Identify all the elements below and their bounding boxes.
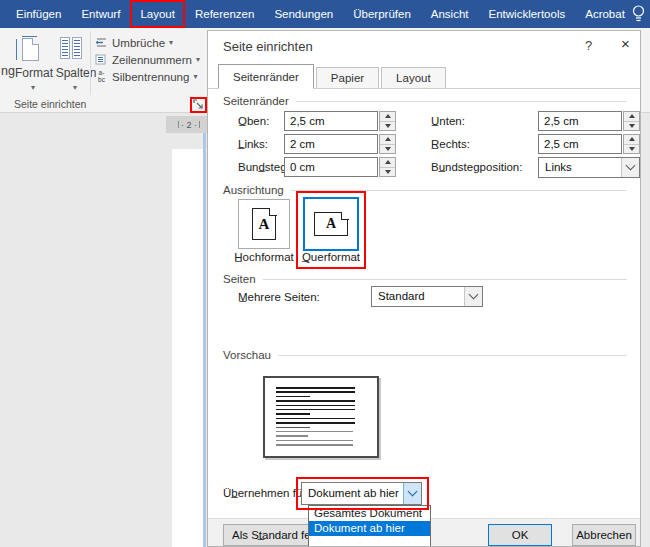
ribbon-tab-acrobat[interactable]: Acrobat bbox=[575, 0, 635, 28]
links-spinner[interactable] bbox=[379, 134, 396, 154]
tab-papier[interactable]: Papier bbox=[316, 67, 379, 88]
bundsteg-field bbox=[284, 157, 396, 177]
page-size-icon bbox=[16, 36, 42, 64]
list-item-gesamtes-dokument[interactable]: Gesamtes Dokument bbox=[309, 506, 430, 521]
ribbon-tab-layout[interactable]: Layout bbox=[130, 0, 185, 28]
apply-to-dropdown-list: Gesamtes Dokument Dokument ab hier bbox=[308, 505, 431, 547]
chevron-down-icon bbox=[464, 287, 482, 306]
ribbon-tab-einfuegen[interactable]: Einfügen bbox=[6, 0, 71, 28]
links-input[interactable] bbox=[285, 135, 377, 153]
bundsteg-label: Bund̲steg: bbox=[238, 157, 290, 177]
ok-button[interactable]: OK bbox=[488, 524, 552, 546]
apply-to-label: Üb̲ernehmen für: bbox=[223, 483, 309, 503]
chevron-down-icon: ▾ bbox=[31, 83, 35, 92]
dialog-tab-strip: Seitenränder Papier Layout bbox=[208, 63, 641, 89]
hochformat-label: H̲ochformat bbox=[230, 251, 298, 263]
unten-input[interactable] bbox=[539, 112, 621, 130]
document-page bbox=[172, 149, 203, 547]
columns-icon bbox=[60, 37, 82, 59]
portrait-page-icon: A bbox=[252, 208, 276, 240]
silbentrennung-button[interactable]: a- bc Silbentrennung ▾ bbox=[95, 69, 197, 84]
rechts-field bbox=[538, 134, 640, 154]
chevron-down-icon bbox=[621, 158, 639, 177]
group-name-label: Seite einrichten bbox=[14, 98, 86, 110]
tab-seitenraender[interactable]: Seitenränder bbox=[218, 64, 314, 89]
hochformat-option[interactable]: A bbox=[238, 199, 290, 249]
landscape-page-icon: A bbox=[314, 212, 348, 236]
chevron-down-icon: ▾ bbox=[73, 83, 77, 92]
rechts-label: R̲echts: bbox=[431, 134, 470, 154]
ruler-label: · 2 · bbox=[181, 120, 197, 130]
querformat-option[interactable]: A bbox=[303, 197, 359, 251]
rechts-spinner[interactable] bbox=[623, 134, 640, 154]
links-label: L̲inks: bbox=[238, 134, 268, 154]
bundstegposition-select[interactable]: Links bbox=[538, 157, 640, 178]
preview-legend: Vorschau bbox=[223, 349, 627, 361]
ribbon-tab-ansicht[interactable]: Ansicht bbox=[421, 0, 479, 28]
bundsteg-input[interactable] bbox=[285, 158, 377, 176]
umbrueche-label: Umbrüche bbox=[112, 37, 165, 49]
cancel-button[interactable]: Abbrechen bbox=[572, 524, 636, 546]
chevron-down-icon: ▾ bbox=[196, 55, 200, 64]
ribbon-tab-entwurf[interactable]: Entwurf bbox=[71, 0, 130, 28]
apply-to-select[interactable]: Dokument ab hier bbox=[301, 482, 422, 505]
unten-label: U̲nten: bbox=[431, 111, 465, 131]
bundstegposition-label: Bu̲ndstegposition: bbox=[431, 157, 522, 177]
bundsteg-spinner[interactable] bbox=[379, 157, 396, 177]
orientation-legend: Ausrichtung bbox=[223, 184, 627, 196]
ribbon-tab-referenzen[interactable]: Referenzen bbox=[185, 0, 264, 28]
chevron-down-icon: ▾ bbox=[169, 38, 173, 47]
ribbon-tab-entwicklertools[interactable]: Entwicklertools bbox=[479, 0, 576, 28]
page-setup-dialog: Seite einrichten ? × Seitenränder Papier… bbox=[207, 30, 641, 547]
tab-layout[interactable]: Layout bbox=[381, 67, 446, 88]
group-divider bbox=[90, 31, 91, 95]
pages-legend: Seiten bbox=[223, 273, 627, 285]
links-field bbox=[284, 134, 396, 154]
tell-me-lightbulb-icon[interactable] bbox=[630, 4, 647, 25]
silbentrennung-label: Silbentrennung bbox=[112, 71, 189, 83]
oben-label: O̲ben: bbox=[238, 111, 269, 131]
word-window: Einfügen Entwurf Layout Referenzen Sendu… bbox=[0, 0, 650, 547]
margins-legend: Seitenränder bbox=[223, 95, 627, 107]
zeilennummern-button[interactable]: Zeilennummern ▾ bbox=[95, 52, 200, 67]
hyphenation-icon: a- bc bbox=[95, 70, 108, 83]
preview-lines bbox=[276, 387, 366, 446]
ribbon-tab-ueberpruefen[interactable]: Überprüfen bbox=[343, 0, 421, 28]
chevron-down-icon: ▾ bbox=[193, 72, 197, 81]
oben-spinner[interactable] bbox=[379, 111, 396, 131]
unten-field bbox=[538, 111, 640, 131]
preview-page bbox=[263, 376, 379, 458]
close-icon[interactable]: × bbox=[621, 35, 630, 52]
mehrere-seiten-select[interactable]: Standard bbox=[371, 286, 483, 307]
unten-spinner[interactable] bbox=[623, 111, 640, 131]
mehrere-seiten-label: M̲ehrere Seiten: bbox=[238, 287, 320, 307]
horizontal-ruler: · 2 · bbox=[166, 116, 212, 133]
dialog-launcher-icon[interactable] bbox=[193, 99, 205, 111]
list-item-dokument-ab-hier[interactable]: Dokument ab hier bbox=[309, 521, 430, 536]
zeilennummern-label: Zeilennummern bbox=[112, 54, 192, 66]
oben-field bbox=[284, 111, 396, 131]
umbrueche-button[interactable]: Umbrüche ▾ bbox=[95, 35, 173, 50]
querformat-label: Q̲uerformat bbox=[298, 251, 364, 263]
dialog-title: Seite einrichten bbox=[223, 39, 313, 54]
help-button[interactable]: ? bbox=[585, 38, 592, 53]
rechts-input[interactable] bbox=[539, 135, 621, 153]
oben-input[interactable] bbox=[285, 112, 377, 130]
chevron-down-icon bbox=[403, 483, 421, 504]
page-break-icon bbox=[95, 37, 108, 48]
line-numbers-icon bbox=[95, 54, 108, 65]
dialog-edge-highlight bbox=[203, 133, 206, 547]
ribbon-tab-sendungen[interactable]: Sendungen bbox=[264, 0, 343, 28]
ribbon-tab-bar: Einfügen Entwurf Layout Referenzen Sendu… bbox=[0, 0, 650, 28]
